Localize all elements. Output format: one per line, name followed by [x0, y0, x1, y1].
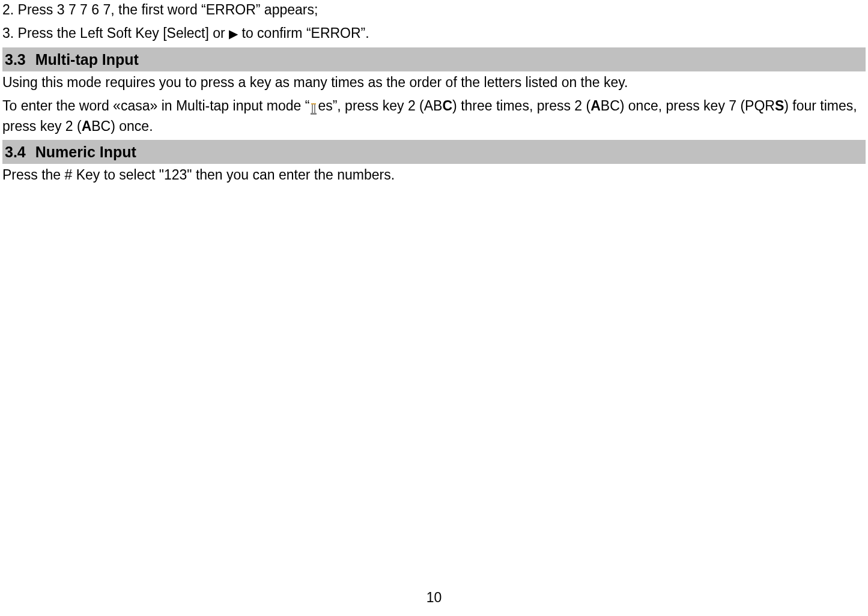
p2-text-f: BC) once, press key 7 (PQR [601, 98, 775, 113]
p2-text-b: es”, press key 2 (AB [318, 98, 442, 113]
right-arrow-icon: ▶ [229, 28, 238, 40]
svg-rect-3 [311, 113, 317, 115]
svg-rect-0 [311, 103, 316, 104]
svg-rect-2 [314, 104, 315, 113]
p2-bold-g: S [775, 98, 784, 113]
p2-bold-i: A [82, 118, 92, 134]
p2-bold-c: C [442, 98, 452, 113]
section-3-4-paragraph-1: Press the # Key to select "123" then you… [2, 165, 866, 185]
p2-text-a: To enter the word «casa» in Multi-tap in… [2, 98, 309, 113]
section-3-3-paragraph-1: Using this mode requires you to press a … [2, 73, 866, 92]
section-3-4-number: 3.4 [5, 143, 26, 160]
section-3-3-number: 3.3 [5, 51, 26, 68]
mode-icon [309, 100, 318, 112]
step-3: 3. Press the Left Soft Key [Select] or ▶… [2, 23, 866, 43]
svg-rect-1 [312, 104, 313, 113]
section-3-4-header: 3.4Numeric Input [2, 140, 866, 164]
p2-bold-e: A [590, 98, 601, 113]
page-number: 10 [426, 588, 442, 608]
section-3-3-header: 3.3Multi-tap Input [2, 47, 866, 71]
section-3-3-title: Multi-tap Input [35, 51, 139, 68]
step-2: 2. Press 3 7 7 6 7, the first word “ERRO… [2, 0, 866, 20]
section-3-4-title: Numeric Input [35, 143, 136, 160]
step-3-part-a: 3. Press the Left Soft Key [Select] or [2, 25, 229, 41]
p2-text-j: BC) once. [91, 118, 153, 134]
step-3-part-b: to confirm “ERROR”. [238, 25, 369, 41]
p2-text-d: ) three times, press 2 ( [452, 98, 590, 113]
section-3-3-paragraph-2: To enter the word «casa» in Multi-tap in… [2, 96, 866, 136]
